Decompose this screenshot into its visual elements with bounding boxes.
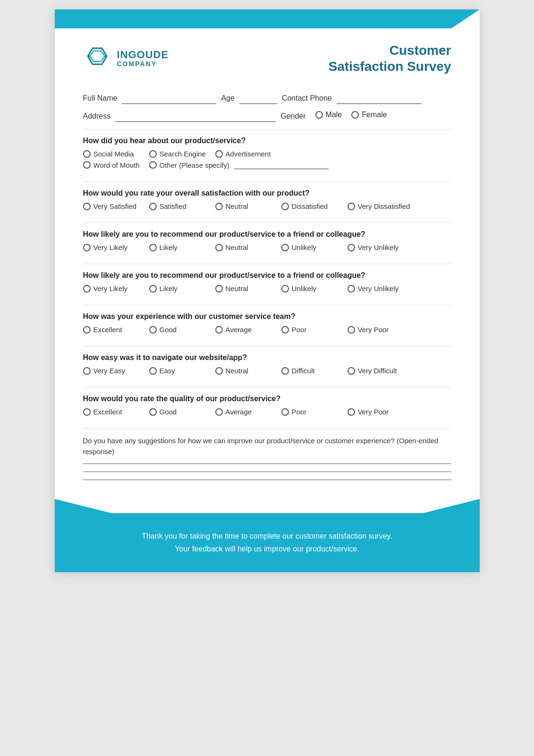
address-label: Address	[83, 112, 111, 120]
survey-page: INGOUDE COMPANY Customer Satisfaction Su…	[55, 9, 480, 572]
q2-radio-5[interactable]	[348, 203, 355, 210]
q2-radio-1[interactable]	[83, 203, 91, 210]
q7-option-4[interactable]: Poor	[281, 408, 348, 416]
gender-male-label: Male	[326, 111, 342, 119]
q6-option-3[interactable]: Neutral	[215, 367, 281, 375]
q6-label-3: Neutral	[226, 367, 248, 375]
q3-option-3[interactable]: Neutral	[215, 243, 281, 251]
q1-label-2: Search Engine	[160, 150, 206, 158]
q3-radio-5[interactable]	[348, 244, 355, 251]
q7-option-3[interactable]: Average	[215, 408, 281, 416]
q1-radio-1[interactable]	[83, 150, 91, 158]
question-3: How likely are you to recommend our prod…	[83, 230, 451, 254]
q3-option-1[interactable]: Very Likely	[83, 243, 149, 251]
question-2: How would you rate your overall satisfac…	[83, 189, 451, 213]
q6-radio-3[interactable]	[215, 367, 223, 375]
q2-option-5[interactable]: Very Dissatisfied	[348, 202, 414, 210]
gender-female-option[interactable]: Female	[351, 111, 387, 119]
q5-radio-2[interactable]	[149, 326, 157, 334]
q2-radio-3[interactable]	[215, 203, 223, 210]
q7-text: How would you rate the quality of our pr…	[83, 395, 451, 403]
divider-7	[83, 387, 451, 387]
q1-radio-2[interactable]	[149, 150, 157, 158]
full-name-input[interactable]	[122, 93, 216, 104]
contact-phone-label: Contact Phone	[282, 94, 332, 103]
address-input[interactable]	[115, 111, 276, 122]
q7-label-2: Good	[160, 408, 177, 416]
q2-radio-4[interactable]	[281, 203, 289, 210]
q1-radio-4[interactable]	[83, 161, 91, 169]
q7-radio-1[interactable]	[83, 408, 91, 416]
answer-line-1	[83, 464, 451, 464]
q6-option-1[interactable]: Very Easy	[83, 367, 149, 375]
q2-option-2[interactable]: Satisfied	[149, 202, 215, 210]
q7-radio-2[interactable]	[149, 408, 157, 416]
q1-option-3[interactable]: Advertisement	[215, 150, 281, 158]
q2-label-1: Very Satisfied	[93, 202, 137, 210]
q2-radio-2[interactable]	[149, 203, 157, 210]
q5-option-1[interactable]: Excellent	[83, 326, 149, 334]
q1-option-2[interactable]: Search Engine	[149, 150, 215, 158]
q6-radio-5[interactable]	[348, 367, 355, 375]
q3-radio-1[interactable]	[83, 244, 91, 251]
q1-option-4[interactable]: Word of Mouth	[83, 161, 149, 169]
q4-radio-5[interactable]	[348, 285, 355, 292]
gender-male-option[interactable]: Male	[315, 111, 342, 119]
q1-radio-3[interactable]	[215, 150, 223, 158]
q5-option-5[interactable]: Very Poor	[348, 326, 414, 334]
q4-option-1[interactable]: Very Likely	[83, 284, 149, 292]
q2-option-3[interactable]: Neutral	[215, 202, 281, 210]
q7-radio-5[interactable]	[348, 408, 355, 416]
q2-option-1[interactable]: Very Satisfied	[83, 202, 149, 210]
q3-label-4: Unlikely	[292, 243, 317, 251]
q3-option-4[interactable]: Unlikely	[281, 243, 348, 251]
q4-option-5[interactable]: Very Unlikely	[348, 284, 414, 292]
q7-radio-3[interactable]	[215, 408, 223, 416]
q1-radio-5[interactable]	[149, 161, 157, 169]
q1-option-1[interactable]: Social Media	[83, 150, 149, 158]
q5-option-2[interactable]: Good	[149, 326, 215, 334]
q3-radio-2[interactable]	[149, 244, 157, 251]
q1-option-5[interactable]: Other (Please specify)	[149, 161, 329, 169]
q7-option-1[interactable]: Excellent	[83, 408, 149, 416]
q4-radio-2[interactable]	[149, 285, 157, 292]
q6-option-4[interactable]: Difficult	[281, 367, 348, 375]
q3-options: Very Likely Likely Neutral Unlikely Very…	[83, 243, 451, 254]
q3-radio-4[interactable]	[281, 244, 289, 251]
q7-radio-4[interactable]	[281, 408, 289, 416]
q4-radio-1[interactable]	[83, 285, 91, 292]
full-name-label: Full Name	[83, 94, 118, 103]
q7-option-2[interactable]: Good	[149, 408, 215, 416]
q6-option-5[interactable]: Very Difficult	[348, 367, 414, 375]
q5-radio-3[interactable]	[215, 326, 223, 334]
q3-option-5[interactable]: Very Unlikely	[348, 243, 414, 251]
q7-option-5[interactable]: Very Poor	[348, 408, 414, 416]
q4-radio-4[interactable]	[281, 285, 289, 292]
q5-radio-5[interactable]	[348, 326, 355, 334]
divider-1	[83, 129, 451, 129]
q1-other-input[interactable]	[234, 161, 329, 169]
q5-text: How was your experience with our custome…	[83, 312, 451, 321]
q6-radio-1[interactable]	[83, 367, 91, 375]
gender-male-radio[interactable]	[315, 111, 323, 119]
q2-option-4[interactable]: Dissatisfied	[281, 202, 348, 210]
q6-option-2[interactable]: Easy	[149, 367, 215, 375]
q5-option-4[interactable]: Poor	[281, 326, 348, 334]
q4-option-4[interactable]: Unlikely	[281, 284, 348, 292]
q5-radio-4[interactable]	[281, 326, 289, 334]
age-input[interactable]	[239, 93, 277, 104]
q3-radio-3[interactable]	[215, 244, 223, 251]
q3-option-2[interactable]: Likely	[149, 243, 215, 251]
phone-input[interactable]	[337, 93, 422, 104]
q4-option-2[interactable]: Likely	[149, 284, 215, 292]
footer-text: Thank you for taking the time to complet…	[83, 530, 451, 555]
company-sub: COMPANY	[117, 60, 169, 68]
q6-radio-2[interactable]	[149, 367, 157, 375]
q5-option-3[interactable]: Average	[215, 326, 281, 334]
q5-radio-1[interactable]	[83, 326, 91, 334]
q4-radio-3[interactable]	[215, 285, 223, 292]
q6-radio-4[interactable]	[281, 367, 289, 375]
form-content: Full Name Age Contact Phone Address Gend…	[55, 84, 480, 504]
q4-option-3[interactable]: Neutral	[215, 284, 281, 292]
gender-female-radio[interactable]	[351, 111, 359, 119]
